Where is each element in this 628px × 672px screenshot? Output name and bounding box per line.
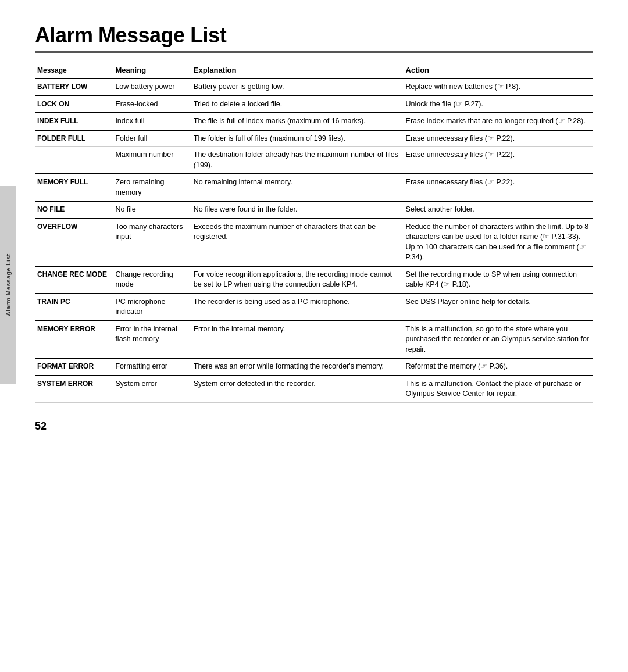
page-container: Alarm Message List Alarm Message List Me… [0, 0, 628, 467]
cell-explanation: Error in the internal memory. [191, 321, 404, 359]
cell-action: Replace with new batteries (☞ P.8). [404, 78, 593, 96]
cell-meaning: Formatting error [113, 358, 191, 376]
cell-meaning: Change recording mode [113, 266, 191, 294]
cell-meaning: Too many characters input [113, 219, 191, 266]
cell-explanation: For voice recognition applications, the … [191, 266, 404, 294]
table-row: CHANGE REC MODEChange recording modeFor … [35, 266, 593, 294]
cell-message: INDEX FULL [35, 113, 113, 130]
cell-meaning: Error in the internal flash memory [113, 321, 191, 359]
cell-message: TRAIN PC [35, 294, 113, 321]
cell-action: Erase unnecessary files (☞ P.22). [404, 147, 593, 174]
page-title: Alarm Message List [35, 23, 593, 48]
table-header-row: Message Meaning Explanation Action [35, 63, 593, 78]
cell-message: LOCK ON [35, 96, 113, 113]
cell-meaning: Erase-locked [113, 96, 191, 113]
cell-explanation: The recorder is being used as a PC micro… [191, 294, 404, 321]
cell-action: Unlock the file (☞ P.27). [404, 96, 593, 113]
cell-meaning: Folder full [113, 130, 191, 147]
header-message: Message [35, 63, 113, 78]
title-divider [35, 51, 593, 53]
cell-action: Erase unnecessary files (☞ P.22). [404, 130, 593, 147]
cell-action: This is a malfunction, so go to the stor… [404, 321, 593, 359]
cell-explanation: The destination folder already has the m… [191, 147, 404, 174]
cell-explanation: The folder is full of files (maximum of … [191, 130, 404, 147]
table-row: OVERFLOWToo many characters inputExceeds… [35, 219, 593, 266]
page-number: 52 [35, 420, 593, 432]
cell-meaning: Index full [113, 113, 191, 130]
table-row: Maximum numberThe destination folder alr… [35, 147, 593, 174]
header-meaning: Meaning [113, 63, 191, 78]
cell-meaning: Maximum number [113, 147, 191, 174]
sidebar-label: Alarm Message List [5, 253, 12, 316]
alarm-message-table: Message Meaning Explanation Action BATTE… [35, 63, 593, 403]
cell-action: Select another folder. [404, 201, 593, 219]
cell-explanation: System error detected in the recorder. [191, 376, 404, 403]
cell-meaning: Low battery power [113, 78, 191, 96]
cell-message: OVERFLOW [35, 219, 113, 266]
cell-action: Erase index marks that are no longer req… [404, 113, 593, 130]
cell-explanation: Exceeds the maximum number of characters… [191, 219, 404, 266]
cell-explanation: The file is full of index marks (maximum… [191, 113, 404, 130]
cell-message: FORMAT ERROR [35, 358, 113, 376]
cell-explanation: There was an error while formatting the … [191, 358, 404, 376]
cell-meaning: Zero remaining memory [113, 174, 191, 201]
table-row: FORMAT ERRORFormatting errorThere was an… [35, 358, 593, 376]
cell-explanation: Battery power is getting low. [191, 78, 404, 96]
cell-explanation: Tried to delete a locked file. [191, 96, 404, 113]
cell-message: SYSTEM ERROR [35, 376, 113, 403]
table-row: BATTERY LOWLow battery powerBattery powe… [35, 78, 593, 96]
cell-meaning: No file [113, 201, 191, 219]
cell-message: NO FILE [35, 201, 113, 219]
cell-action: Reduce the number of characters within t… [404, 219, 593, 266]
cell-meaning: System error [113, 376, 191, 403]
cell-message: CHANGE REC MODE [35, 266, 113, 294]
table-row: MEMORY ERRORError in the internal flash … [35, 321, 593, 359]
cell-action: See DSS Player online help for details. [404, 294, 593, 321]
cell-explanation: No remaining internal memory. [191, 174, 404, 201]
table-row: TRAIN PCPC microphone indicatorThe recor… [35, 294, 593, 321]
header-explanation: Explanation [191, 63, 404, 78]
cell-action: Reformat the memory (☞ P.36). [404, 358, 593, 376]
cell-meaning: PC microphone indicator [113, 294, 191, 321]
cell-action: Set the recording mode to SP when using … [404, 266, 593, 294]
cell-message [35, 147, 113, 174]
cell-message: FOLDER FULL [35, 130, 113, 147]
cell-explanation: No files were found in the folder. [191, 201, 404, 219]
sidebar-tab: Alarm Message List [0, 186, 16, 384]
table-row: INDEX FULLIndex fullThe file is full of … [35, 113, 593, 130]
cell-message: MEMORY FULL [35, 174, 113, 201]
header-action: Action [404, 63, 593, 78]
cell-message: BATTERY LOW [35, 78, 113, 96]
table-row: FOLDER FULLFolder fullThe folder is full… [35, 130, 593, 147]
table-row: NO FILENo fileNo files were found in the… [35, 201, 593, 219]
table-row: SYSTEM ERRORSystem errorSystem error det… [35, 376, 593, 403]
cell-action: Erase unnecessary files (☞ P.22). [404, 174, 593, 201]
cell-message: MEMORY ERROR [35, 321, 113, 359]
table-row: LOCK ONErase-lockedTried to delete a loc… [35, 96, 593, 113]
cell-action: This is a malfunction. Contact the place… [404, 376, 593, 403]
table-row: MEMORY FULLZero remaining memoryNo remai… [35, 174, 593, 201]
